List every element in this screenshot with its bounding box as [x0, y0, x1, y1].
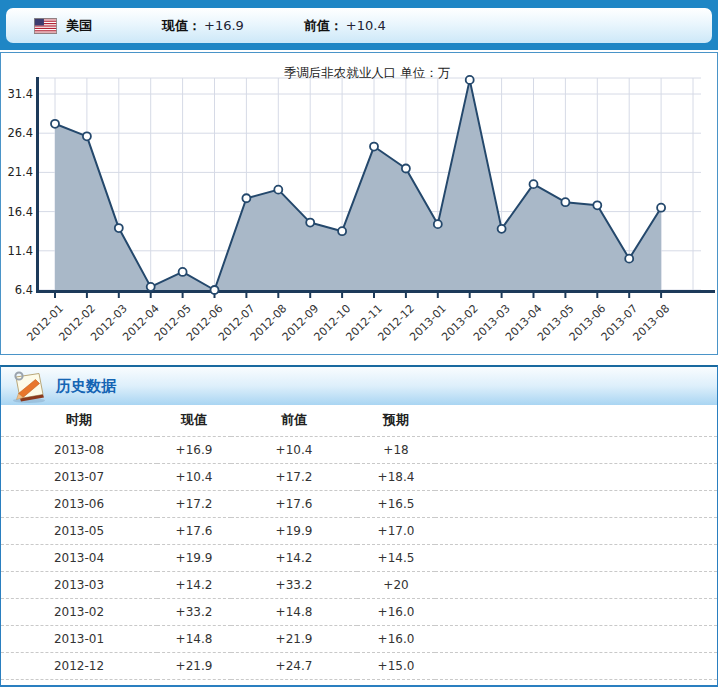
table-cell: 2013-05: [1, 517, 157, 544]
table-cell: 2013-07: [1, 463, 157, 490]
country-header-inner: 美国 现值： +16.9 前值： +10.4: [6, 8, 712, 43]
table-cell: +10.4: [157, 463, 231, 490]
table-cell: +21.9: [157, 652, 231, 679]
table-cell: +33.2: [231, 571, 357, 598]
svg-text:季调后非农就业人口 单位：万: 季调后非农就业人口 单位：万: [284, 65, 450, 80]
svg-text:26.4: 26.4: [7, 126, 33, 140]
table-cell: +14.5: [357, 544, 435, 571]
table-cell-spacer: [435, 571, 717, 598]
svg-text:21.4: 21.4: [7, 165, 33, 179]
table-row: 2013-06+17.2+17.6+16.5: [1, 490, 717, 517]
history-table-wrap: 时期现值前值预期 2013-08+16.9+10.4+182013-07+10.…: [1, 405, 717, 685]
table-cell: 2013-06: [1, 490, 157, 517]
svg-text:11.4: 11.4: [7, 244, 33, 258]
history-table: 时期现值前值预期 2013-08+16.9+10.4+182013-07+10.…: [1, 405, 717, 680]
table-cell: +33.2: [157, 598, 231, 625]
nonfarm-payroll-area-chart: 2012-012012-022012-032012-042012-052012-…: [1, 53, 717, 354]
column-header: 前值: [231, 405, 357, 436]
table-cell-spacer: [435, 436, 717, 463]
table-row: 2013-01+14.8+21.9+16.0: [1, 625, 717, 652]
table-cell: +19.9: [157, 544, 231, 571]
table-cell: 2012-12: [1, 652, 157, 679]
table-cell: +21.9: [231, 625, 357, 652]
table-cell: +14.8: [231, 598, 357, 625]
table-cell: +10.4: [231, 436, 357, 463]
notepad-pencil-icon: [10, 370, 48, 403]
table-cell: +14.2: [157, 571, 231, 598]
table-cell: +18: [357, 436, 435, 463]
previous-value-label: 前值：: [304, 17, 343, 35]
table-cell-spacer: [435, 625, 717, 652]
page: { "theme": { "accent_blue": "#1f86c5", "…: [0, 0, 721, 690]
column-header: 时期: [1, 405, 157, 436]
svg-text:16.4: 16.4: [7, 205, 33, 219]
svg-text:31.4: 31.4: [7, 87, 33, 101]
table-cell: +17.2: [157, 490, 231, 517]
table-cell-spacer: [435, 544, 717, 571]
country-header-bar: 美国 现值： +16.9 前值： +10.4: [0, 0, 718, 50]
table-cell: +15.0: [357, 652, 435, 679]
table-cell: +20: [357, 571, 435, 598]
table-cell: +16.5: [357, 490, 435, 517]
history-section: 历史数据 时期现值前值预期 2013-08+16.9+10.4+182013-0…: [0, 365, 718, 687]
table-cell: +14.2: [231, 544, 357, 571]
table-cell-spacer: [435, 652, 717, 679]
table-cell-spacer: [435, 463, 717, 490]
table-cell-spacer: [435, 517, 717, 544]
table-cell: +16.0: [357, 598, 435, 625]
current-value: +16.9: [204, 18, 244, 33]
table-cell-spacer: [435, 598, 717, 625]
previous-value: +10.4: [346, 18, 386, 33]
table-cell: 2013-08: [1, 436, 157, 463]
table-cell: +17.6: [231, 490, 357, 517]
table-cell: +14.8: [157, 625, 231, 652]
table-cell: 2013-04: [1, 544, 157, 571]
table-cell: +24.7: [231, 652, 357, 679]
table-cell: +17.6: [157, 517, 231, 544]
table-row: 2012-12+21.9+24.7+15.0: [1, 652, 717, 679]
table-cell: +19.9: [231, 517, 357, 544]
table-row: 2013-02+33.2+14.8+16.0: [1, 598, 717, 625]
column-header: 预期: [357, 405, 435, 436]
country-name: 美国: [66, 17, 92, 35]
history-section-title: 历史数据: [56, 377, 116, 396]
column-header: 现值: [157, 405, 231, 436]
table-cell: +16.9: [157, 436, 231, 463]
history-table-header-row: 时期现值前值预期: [1, 405, 717, 436]
column-header-spacer: [435, 405, 717, 436]
chart-panel: 2012-012012-022012-032012-042012-052012-…: [0, 52, 718, 355]
table-row: 2013-07+10.4+17.2+18.4: [1, 463, 717, 490]
history-section-header: 历史数据: [1, 367, 717, 405]
table-cell: +18.4: [357, 463, 435, 490]
table-cell: +16.0: [357, 625, 435, 652]
table-cell: 2013-03: [1, 571, 157, 598]
table-cell: +17.0: [357, 517, 435, 544]
us-flag-icon: [34, 18, 57, 34]
table-cell-spacer: [435, 490, 717, 517]
table-cell: +17.2: [231, 463, 357, 490]
table-cell: 2013-01: [1, 625, 157, 652]
svg-text:6.4: 6.4: [15, 283, 33, 297]
current-value-label: 现值：: [162, 17, 201, 35]
table-row: 2013-05+17.6+19.9+17.0: [1, 517, 717, 544]
table-row: 2013-03+14.2+33.2+20: [1, 571, 717, 598]
table-row: 2013-04+19.9+14.2+14.5: [1, 544, 717, 571]
table-cell: 2013-02: [1, 598, 157, 625]
table-row: 2013-08+16.9+10.4+18: [1, 436, 717, 463]
